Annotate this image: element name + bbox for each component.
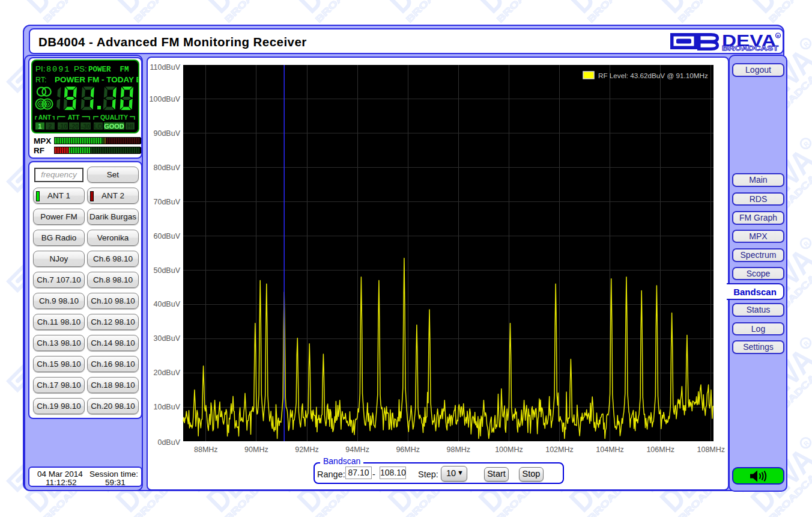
svg-text:92MHz: 92MHz [295,445,319,454]
svg-text:QUALITY: QUALITY [100,114,128,121]
svg-text:110dBuV: 110dBuV [150,63,180,72]
svg-text:PI:: PI: [35,64,46,73]
svg-text:ATT: ATT [68,114,80,121]
svg-text:-20: -20 [70,123,79,130]
svg-text:96MHz: 96MHz [396,445,420,454]
svg-text:POWER FM: POWER FM [88,66,133,74]
svg-text:50dBuV: 50dBuV [154,266,181,275]
svg-text:RT:: RT: [35,76,47,84]
svg-text:GOOD: GOOD [104,123,124,130]
svg-text:106MHz: 106MHz [646,445,674,454]
svg-text:98MHz: 98MHz [447,445,471,454]
svg-text:LO: LO [94,123,103,130]
svg-text:60dBuV: 60dBuV [154,232,181,240]
svg-text:88MHz: 88MHz [194,445,218,454]
svg-text:90MHz: 90MHz [244,445,268,454]
svg-text:20dBuV: 20dBuV [154,369,181,377]
svg-text:-10: -10 [58,123,67,130]
svg-text:2: 2 [49,123,52,130]
svg-text:BROADCAST: BROADCAST [722,44,779,52]
svg-text:40dBuV: 40dBuV [154,300,181,308]
svg-text:-30: -30 [81,123,90,130]
svg-text:RF Level: 43.62dBuV @ 91.10MHz: RF Level: 43.62dBuV @ 91.10MHz [598,72,708,79]
svg-text:90dBuV: 90dBuV [154,129,181,138]
svg-text:100dBuV: 100dBuV [150,95,181,103]
svg-text:80dBuV: 80dBuV [154,164,181,172]
svg-text:30dBuV: 30dBuV [154,334,181,343]
svg-text:100MHz: 100MHz [495,445,523,454]
svg-text:94MHz: 94MHz [345,445,369,454]
svg-text:1: 1 [38,123,42,130]
svg-text:10dBuV: 10dBuV [154,403,181,411]
svg-text:108MHz: 108MHz [697,445,726,454]
svg-text:HI: HI [127,123,133,130]
svg-text:R: R [777,34,780,38]
svg-text:ANT: ANT [38,114,52,121]
svg-text:8091: 8091 [46,65,70,74]
svg-text:POWER FM - TODAY BES: POWER FM - TODAY BES [55,75,142,84]
svg-text:70dBuV: 70dBuV [154,198,181,206]
svg-text:0dBuV: 0dBuV [157,438,180,447]
svg-text:MPX: MPX [34,136,51,145]
svg-text:104MHz: 104MHz [596,445,624,454]
svg-text:102MHz: 102MHz [545,445,574,454]
svg-text:RF: RF [34,146,44,155]
svg-text:PS:: PS: [74,64,87,73]
